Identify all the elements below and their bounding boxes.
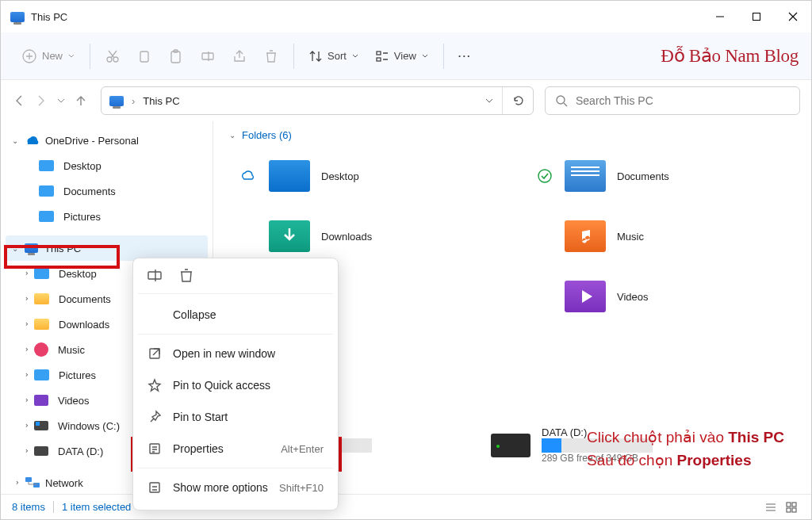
refresh-button[interactable] (512, 94, 525, 107)
view-button[interactable]: View (367, 39, 437, 74)
command-bar: New Sort View ··· Đỗ Bảo Nam Blog (1, 32, 811, 80)
context-menu: Collapse Open in new window Pin to Quick… (132, 258, 339, 510)
selection-count: 1 item selected (62, 501, 131, 513)
share-button[interactable] (224, 39, 255, 74)
svg-rect-17 (792, 508, 796, 512)
svg-rect-4 (140, 52, 148, 62)
svg-rect-15 (792, 503, 796, 507)
new-label: New (42, 50, 63, 62)
more-icon (147, 480, 162, 495)
thispc-icon (10, 12, 25, 22)
titlebar: This PC (1, 1, 811, 32)
shortcut: Shift+F10 (279, 482, 324, 494)
check-circle-icon (536, 167, 553, 185)
drive-icon (491, 434, 530, 457)
svg-rect-7 (202, 53, 213, 59)
rename-button[interactable] (192, 39, 224, 74)
properties-icon (147, 442, 162, 456)
svg-rect-18 (148, 272, 161, 279)
chevron-down-icon[interactable] (485, 96, 494, 105)
ctx-more-options[interactable]: Show more optionsShift+F10 (138, 472, 333, 503)
shortcut: Alt+Enter (281, 443, 324, 455)
sort-button[interactable]: Sort (301, 39, 367, 74)
star-icon (147, 378, 162, 392)
svg-rect-21 (150, 483, 159, 492)
nav-row: › This PC (1, 80, 811, 121)
sidebar-item-desktop-od[interactable]: Desktop (6, 153, 208, 178)
window-minimize-button[interactable] (702, 1, 738, 32)
search-input[interactable] (576, 94, 790, 107)
view-label: View (394, 50, 416, 62)
ctx-open-new-window[interactable]: Open in new window (138, 338, 333, 369)
folder-videos[interactable]: Videos (536, 266, 800, 327)
more-button[interactable]: ··· (450, 39, 480, 74)
svg-rect-14 (787, 503, 791, 507)
svg-rect-8 (377, 52, 381, 55)
sort-label: Sort (327, 50, 347, 62)
recent-dropdown[interactable] (56, 96, 66, 105)
window-maximize-button[interactable] (738, 1, 775, 32)
search-box[interactable] (545, 86, 800, 115)
folder-desktop[interactable]: Desktop (240, 146, 504, 206)
ctx-collapse[interactable]: Collapse (138, 299, 333, 331)
svg-point-13 (538, 170, 551, 182)
sidebar-item-pictures-od[interactable]: Pictures (6, 204, 208, 229)
view-details-button[interactable] (762, 499, 779, 516)
folder-documents[interactable]: Documents (536, 146, 800, 206)
thispc-icon (109, 96, 124, 106)
ctx-pin-quick[interactable]: Pin to Quick access (138, 369, 333, 401)
address-path: This PC (143, 95, 477, 107)
cloud-sync-icon (240, 169, 258, 183)
folder-music[interactable]: Music (536, 206, 800, 266)
ctx-pin-start[interactable]: Pin to Start (138, 401, 333, 433)
sidebar-item-documents-od[interactable]: Documents (6, 178, 208, 204)
instruction-callout: Click chuột phải vào This PC Sau đó chọn… (587, 426, 784, 472)
item-count: 8 items (12, 501, 45, 513)
sidebar-onedrive[interactable]: ⌄OneDrive - Personal (6, 128, 208, 153)
svg-rect-16 (787, 508, 791, 512)
ctx-delete-icon[interactable] (178, 266, 195, 284)
window-close-button[interactable] (775, 1, 811, 32)
svg-rect-9 (377, 58, 381, 61)
external-icon (147, 346, 162, 361)
section-folders[interactable]: ⌄Folders (6) (228, 129, 800, 141)
ctx-properties[interactable]: PropertiesAlt+Enter (138, 433, 333, 465)
pin-icon (147, 410, 162, 424)
up-button[interactable] (74, 94, 88, 108)
svg-rect-5 (171, 52, 180, 63)
svg-rect-0 (753, 13, 760, 21)
forward-button[interactable] (34, 94, 48, 108)
search-icon (555, 94, 568, 107)
view-tiles-button[interactable] (783, 499, 800, 516)
svg-rect-11 (25, 477, 32, 482)
status-bar: 8 items1 item selected (1, 494, 811, 519)
copy-button[interactable] (128, 39, 160, 74)
ctx-rename-icon[interactable] (146, 266, 163, 284)
address-bar[interactable]: › This PC (101, 86, 534, 115)
new-button[interactable]: New (13, 39, 83, 74)
window-title: This PC (31, 11, 67, 23)
paste-button[interactable] (160, 39, 192, 74)
cut-button[interactable] (97, 39, 128, 74)
delete-button[interactable] (255, 39, 287, 74)
back-button[interactable] (12, 94, 26, 108)
svg-point-10 (557, 96, 565, 104)
brand-logo: Đỗ Bảo Nam Blog (661, 45, 799, 67)
label: OneDrive - Personal (45, 135, 139, 147)
